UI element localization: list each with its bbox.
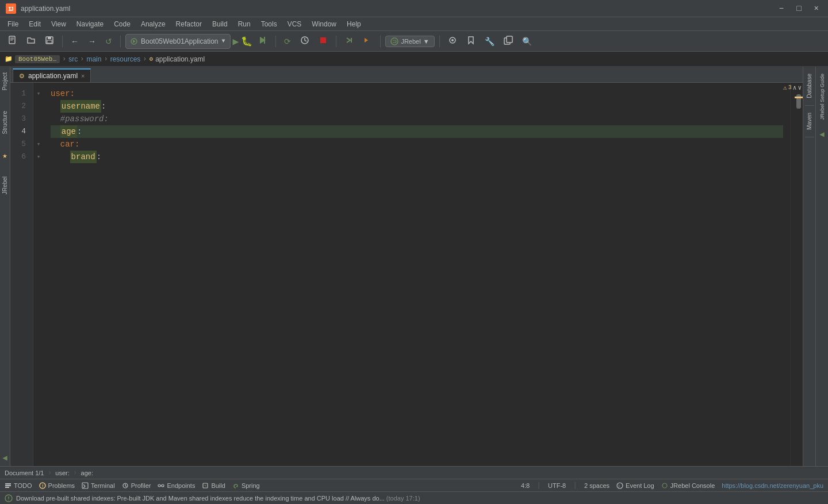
fold-5[interactable]: ▾ xyxy=(33,138,44,151)
breadcrumb-sep-2: › xyxy=(80,55,84,63)
new-file-button[interactable] xyxy=(5,34,21,48)
problems-item[interactable]: ! Problems xyxy=(39,482,75,489)
menu-help[interactable]: Help xyxy=(342,19,366,29)
svg-rect-29 xyxy=(82,483,88,488)
svg-point-31 xyxy=(158,484,160,487)
breadcrumb-src[interactable]: src xyxy=(68,55,78,63)
code-comment-hash: # xyxy=(60,113,65,125)
code-colon-2: : xyxy=(101,100,106,113)
gutter: ▾ ▾ ▾ xyxy=(33,83,44,466)
breadcrumb-resources[interactable]: resources xyxy=(110,55,141,63)
jrebel-left-tab[interactable]: JRebel xyxy=(1,172,9,199)
profiler-item[interactable]: Profiler xyxy=(122,482,151,489)
save-button[interactable] xyxy=(41,34,57,48)
warning-bar: ⚠ 3 ∧ ∨ xyxy=(782,83,803,93)
menu-code[interactable]: Code xyxy=(109,19,135,29)
debug-button[interactable]: 🐛 xyxy=(241,36,252,47)
open-button[interactable] xyxy=(23,34,39,48)
svg-point-32 xyxy=(162,484,164,487)
project-tab[interactable]: Project xyxy=(1,68,9,95)
update-button[interactable]: ⟳ xyxy=(281,35,294,48)
menu-refactor[interactable]: Refactor xyxy=(171,19,206,29)
favorites-icon[interactable]: ★ xyxy=(2,151,7,160)
menu-file[interactable]: File xyxy=(3,19,23,29)
forward-button[interactable]: → xyxy=(85,35,99,48)
jump-button[interactable] xyxy=(341,34,357,48)
event-log-item[interactable]: i Event Log xyxy=(616,482,654,489)
editor-container: ⚙ application.yaml × 1 2 3 4 5 6 xyxy=(10,67,803,466)
run-button[interactable]: ▶ xyxy=(233,35,239,48)
bookmark-button[interactable] xyxy=(463,34,479,48)
svg-marker-20 xyxy=(469,37,473,44)
menu-build[interactable]: Build xyxy=(208,19,232,29)
toolbar-sep-5 xyxy=(380,36,381,47)
code-colon-4: : xyxy=(77,125,82,138)
tab-application-yaml[interactable]: ⚙ application.yaml × xyxy=(13,68,91,82)
menu-vcs[interactable]: VCS xyxy=(283,19,306,29)
stop-button[interactable] xyxy=(315,34,331,48)
structure-tab[interactable]: Structure xyxy=(1,106,9,139)
toolbar-sep-4 xyxy=(336,36,336,47)
warning-down-icon[interactable]: ∨ xyxy=(798,84,802,91)
close-button[interactable]: × xyxy=(811,3,822,14)
maven-tab[interactable]: Maven xyxy=(805,108,814,134)
project-root-label[interactable]: Boot05Web… xyxy=(15,55,60,63)
menu-window[interactable]: Window xyxy=(307,19,341,29)
warning-up-icon[interactable]: ∧ xyxy=(793,84,797,91)
run-config-selector[interactable]: Boot05Web01Application ▼ xyxy=(125,34,231,49)
profile-button[interactable] xyxy=(297,34,313,48)
terminal-item[interactable]: Terminal xyxy=(82,482,115,489)
left-sidebar: Project Structure ★ JRebel ◀ xyxy=(0,67,10,466)
warning-count: 3 xyxy=(788,84,792,91)
coverage-button[interactable] xyxy=(255,34,271,48)
window-controls[interactable]: − □ × xyxy=(776,3,822,14)
code-key-user: user: xyxy=(51,87,75,100)
copy-button[interactable] xyxy=(500,34,516,48)
code-key-brand: brand xyxy=(70,151,97,163)
jrebel-console-label: JRebel Console xyxy=(670,482,715,489)
fold-1[interactable]: ▾ xyxy=(33,87,44,100)
find-button[interactable]: 🔍 xyxy=(519,35,535,48)
menu-view[interactable]: View xyxy=(47,19,71,29)
fold-6[interactable]: ▾ xyxy=(33,151,44,163)
menu-run[interactable]: Run xyxy=(233,19,255,29)
code-indent-3 xyxy=(51,113,60,125)
jrebel-setup-tab[interactable]: JRebel Setup Guide xyxy=(818,69,826,125)
svg-text:J: J xyxy=(10,6,14,13)
code-indent-4 xyxy=(51,125,60,138)
path-sep-2: › xyxy=(73,468,78,477)
svg-text:!: ! xyxy=(42,483,44,488)
back-button[interactable]: ← xyxy=(67,35,82,48)
build-item[interactable]: Build xyxy=(202,482,225,489)
menu-edit[interactable]: Edit xyxy=(24,19,45,29)
jrebel-button[interactable]: JRebel ▼ xyxy=(385,36,434,47)
svg-rect-24 xyxy=(5,483,11,484)
menu-navigate[interactable]: Navigate xyxy=(72,19,108,29)
step-button[interactable] xyxy=(359,34,375,48)
csdn-link[interactable]: https://blog.csdn.net/zerenyuan_pku xyxy=(722,482,823,489)
undo-button[interactable]: ↺ xyxy=(102,35,116,48)
breadcrumb-main[interactable]: main xyxy=(86,55,101,63)
title-bar: I J application.yaml − □ × xyxy=(0,0,828,17)
spring-item[interactable]: Spring xyxy=(232,482,260,489)
maximize-button[interactable]: □ xyxy=(793,3,804,14)
wrench-button[interactable]: 🔧 xyxy=(481,35,498,48)
menu-tools[interactable]: Tools xyxy=(256,19,282,29)
code-line-5: car: xyxy=(51,138,783,151)
record-button[interactable] xyxy=(444,34,461,48)
minimize-button[interactable]: − xyxy=(776,3,787,14)
jrebel-console-item[interactable]: JRebel Console xyxy=(661,482,715,489)
breadcrumb-file[interactable]: application.yaml xyxy=(155,55,205,63)
app-logo: I J xyxy=(6,3,16,14)
breadcrumb-sep-1: › xyxy=(62,55,66,63)
database-tab[interactable]: Database xyxy=(805,69,814,103)
left-arrow-button[interactable]: ◀ xyxy=(0,451,9,465)
menu-analyze[interactable]: Analyze xyxy=(136,19,170,29)
right-panel-sep2 xyxy=(805,137,814,137)
code-editor[interactable]: user: username : # password: xyxy=(44,83,790,466)
todo-item[interactable]: TODO xyxy=(5,482,32,489)
endpoints-item[interactable]: Endpoints xyxy=(158,482,195,489)
tab-close-button[interactable]: × xyxy=(81,72,85,79)
warning-icon: ⚠ xyxy=(783,84,787,91)
code-colon-6: : xyxy=(97,151,101,163)
